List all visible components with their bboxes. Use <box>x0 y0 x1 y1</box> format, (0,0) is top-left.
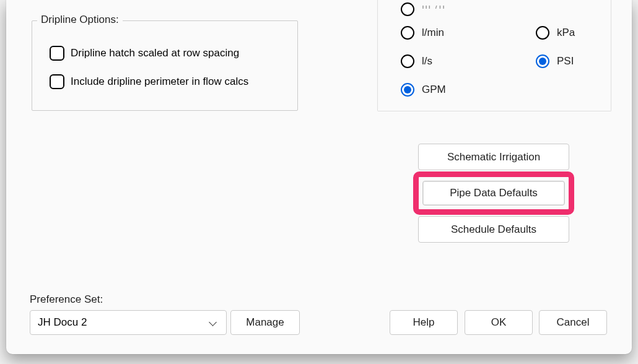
dripline-options-group: Dripline Options: Dripline hatch scaled … <box>32 20 298 111</box>
radio-icon[interactable] <box>536 26 549 40</box>
dripline-hatch-label: Dripline hatch scaled at row spacing <box>71 47 239 59</box>
pipe-data-defaults-button[interactable]: Pipe Data Defaults <box>422 181 565 206</box>
flow-unit-option-ls[interactable]: l/s <box>401 54 432 68</box>
preference-set-value: JH Docu 2 <box>38 316 87 329</box>
flow-unit-label: GPM <box>422 84 446 96</box>
dripline-perimeter-label: Include dripline perimeter in flow calcs <box>71 76 248 88</box>
pressure-unit-label: kPa <box>557 27 575 39</box>
manage-button[interactable]: Manage <box>230 310 300 335</box>
radio-icon[interactable] <box>401 2 414 16</box>
dripline-hatch-checkbox[interactable] <box>50 46 64 61</box>
schematic-irrigation-button[interactable]: Schematic Irrigation <box>418 144 569 170</box>
preference-set-select[interactable]: JH Docu 2 <box>30 310 227 335</box>
dripline-legend: Dripline Options: <box>37 14 123 26</box>
help-button[interactable]: Help <box>390 310 458 335</box>
pressure-unit-option-psi[interactable]: PSI <box>536 54 574 68</box>
pressure-unit-label: PSI <box>557 55 574 67</box>
flow-unit-option-lmin[interactable]: l/min <box>401 26 444 40</box>
radio-icon[interactable] <box>536 54 549 68</box>
chevron-down-icon <box>209 318 219 327</box>
flow-unit-label: m³/h <box>422 6 445 13</box>
units-group: m³/h l/min l/s GPM kPa PSI <box>377 0 611 111</box>
cancel-button[interactable]: Cancel <box>539 310 607 335</box>
radio-icon[interactable] <box>401 54 414 68</box>
ok-button[interactable]: OK <box>465 310 533 335</box>
flow-unit-label: l/s <box>422 55 432 67</box>
dripline-hatch-row[interactable]: Dripline hatch scaled at row spacing <box>50 46 239 61</box>
schedule-defaults-button[interactable]: Schedule Defaults <box>418 216 569 243</box>
dripline-perimeter-checkbox[interactable] <box>50 74 64 89</box>
dialog-content: Dripline Options: Dripline hatch scaled … <box>6 0 632 354</box>
radio-icon[interactable] <box>401 83 414 97</box>
flow-unit-option-cutoff[interactable]: m³/h <box>401 2 445 16</box>
preferences-dialog: Dripline Options: Dripline hatch scaled … <box>6 0 632 354</box>
flow-unit-label: l/min <box>422 27 444 39</box>
dripline-perimeter-row[interactable]: Include dripline perimeter in flow calcs <box>50 74 248 89</box>
preference-set-label: Preference Set: <box>30 293 103 306</box>
pressure-unit-option-kpa[interactable]: kPa <box>536 26 575 40</box>
highlight-annotation: Pipe Data Defaults <box>413 171 574 215</box>
flow-unit-option-gpm[interactable]: GPM <box>401 83 446 97</box>
radio-icon[interactable] <box>401 26 414 40</box>
